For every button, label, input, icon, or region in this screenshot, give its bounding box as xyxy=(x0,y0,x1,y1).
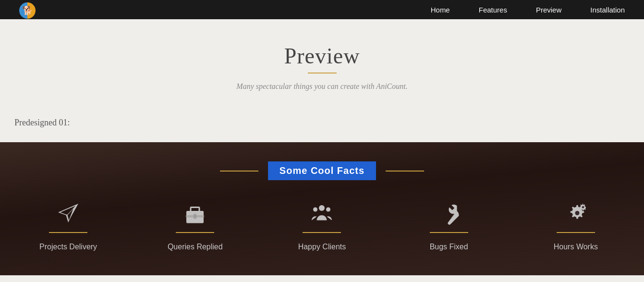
toolbox-icon xyxy=(183,202,207,225)
facts-title: Some Cool Facts xyxy=(268,161,376,180)
facts-line-right xyxy=(386,171,424,172)
gears-icon xyxy=(564,202,587,225)
preview-section: Preview Many spectacular things you can … xyxy=(0,19,644,110)
nav-home[interactable]: Home xyxy=(431,6,450,14)
facts-line-left xyxy=(220,171,258,172)
label-hours-works: Hours Works xyxy=(554,243,598,251)
fact-item-hours-works: Hours Works xyxy=(533,199,619,251)
svg-point-4 xyxy=(319,205,325,211)
fact-item-bugs-fixed: Bugs Fixed xyxy=(406,199,492,251)
fact-item-projects-delivery: Projects Delivery xyxy=(25,199,111,251)
wrench-icon xyxy=(437,202,461,225)
svg-point-5 xyxy=(313,208,317,212)
facts-section: Some Cool Facts Projects Delivery xyxy=(0,142,644,275)
group-icon xyxy=(310,202,333,225)
wrench-icon-wrap xyxy=(430,199,468,233)
paper-plane-icon xyxy=(57,202,80,225)
preview-subtitle: Many spectacular things you can create w… xyxy=(10,82,634,91)
fact-item-happy-clients: Happy Clients xyxy=(279,199,365,251)
navbar: 🐕 Home Features Preview Installation xyxy=(0,0,644,19)
nav-preview[interactable]: Preview xyxy=(536,6,561,14)
svg-point-7 xyxy=(575,211,579,215)
label-projects-delivery: Projects Delivery xyxy=(39,243,97,251)
preview-title: Preview xyxy=(10,43,634,69)
logo[interactable]: 🐕 xyxy=(19,2,43,17)
toolbox-icon-wrap xyxy=(176,199,214,233)
fact-item-queries-replied: Queries Replied xyxy=(152,199,238,251)
facts-heading: Some Cool Facts xyxy=(10,161,634,180)
svg-rect-3 xyxy=(194,214,196,219)
label-happy-clients: Happy Clients xyxy=(298,243,346,251)
paper-plane-icon-wrap xyxy=(49,199,87,233)
facts-grid: Projects Delivery Queries Replied xyxy=(10,199,634,251)
group-icon-wrap xyxy=(303,199,341,233)
nav-features[interactable]: Features xyxy=(479,6,507,14)
logo-icon: 🐕 xyxy=(22,6,33,15)
svg-point-6 xyxy=(326,208,330,212)
nav-installation[interactable]: Installation xyxy=(590,6,625,14)
svg-point-8 xyxy=(582,206,584,208)
gears-icon-wrap xyxy=(557,199,595,233)
label-queries-replied: Queries Replied xyxy=(168,243,223,251)
preview-underline xyxy=(308,73,337,74)
predesigned-label: Predesigned 01: xyxy=(0,110,644,142)
label-bugs-fixed: Bugs Fixed xyxy=(430,243,468,251)
svg-rect-1 xyxy=(191,208,199,212)
